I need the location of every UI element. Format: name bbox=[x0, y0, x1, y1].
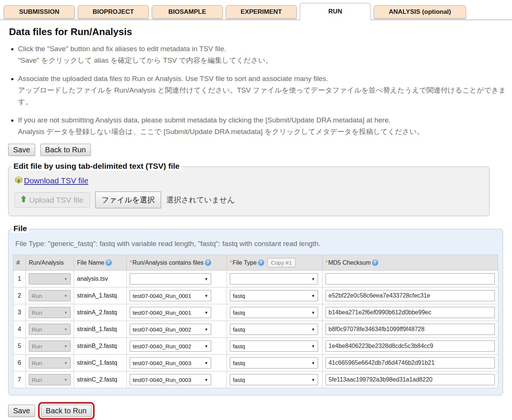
chevron-down-icon: ▼ bbox=[311, 277, 315, 281]
choose-file-button[interactable]: ファイルを選択 bbox=[95, 192, 161, 208]
save-button[interactable]: Save bbox=[8, 144, 35, 156]
run-analysis-select[interactable]: Run ▼ bbox=[29, 374, 71, 385]
col-header-contains-label: Run/Analysis contains files bbox=[132, 259, 203, 266]
file-type-select[interactable]: fastq ▼ bbox=[230, 357, 318, 368]
package-download-icon bbox=[15, 176, 23, 186]
file-table: # Run/Analysis File Name? *Run/Analysis … bbox=[13, 255, 498, 388]
file-type-cell: fastq ▼ bbox=[227, 304, 323, 321]
download-tsv-link[interactable]: Download TSV file bbox=[24, 176, 88, 185]
run-analysis-select[interactable]: Run ▼ bbox=[29, 340, 71, 352]
chevron-down-icon: ▼ bbox=[204, 277, 208, 281]
contains-files-cell: test07-0040_Run_0002 ▼ bbox=[127, 338, 227, 355]
md5-cell bbox=[323, 287, 498, 304]
file-type-select[interactable]: fastq ▼ bbox=[230, 374, 318, 385]
file-table-body: 1 ▼ analysis.tsv ▼ ▼ 2 Ru bbox=[13, 271, 498, 388]
md5-input[interactable] bbox=[326, 273, 495, 284]
file-type-cell: fastq ▼ bbox=[227, 287, 323, 304]
upload-tsv-button[interactable]: Upload TSV file bbox=[15, 192, 90, 208]
row-number: 7 bbox=[13, 371, 26, 388]
chevron-down-icon: ▼ bbox=[311, 327, 315, 332]
chevron-down-icon: ▼ bbox=[64, 378, 68, 382]
run-analysis-cell: Run ▼ bbox=[26, 304, 74, 321]
help-icon[interactable]: ? bbox=[105, 259, 112, 266]
contains-files-select[interactable]: test07-0040_Run_0003 ▼ bbox=[130, 374, 211, 385]
help-icon[interactable]: ? bbox=[258, 259, 264, 266]
md5-input[interactable] bbox=[326, 307, 495, 318]
tab-experiment[interactable]: EXPERIMENT bbox=[226, 5, 297, 19]
contains-files-select[interactable]: test07-0040_Run_0002 ▼ bbox=[130, 324, 211, 335]
table-row: 2 Run ▼ strainA_1.fastq test07-0040_Run_… bbox=[13, 287, 498, 304]
file-type-select[interactable]: fastq ▼ bbox=[230, 340, 318, 352]
note-en: Click the "Save" button and fix aliases … bbox=[18, 43, 512, 55]
run-analysis-cell: Run ▼ bbox=[26, 321, 74, 338]
tab-analysis[interactable]: ANALYSIS (optional) bbox=[374, 5, 466, 19]
help-icon[interactable]: ? bbox=[205, 259, 211, 266]
file-type-value: fastq bbox=[233, 343, 245, 349]
copy-file-type-button[interactable]: Copy #1 bbox=[267, 258, 296, 267]
table-row: 7 Run ▼ strainC_2.fastq test07-0040_Run_… bbox=[13, 371, 498, 388]
red-highlight-annotation: Back to Run bbox=[38, 402, 95, 420]
note-ja: アップロードしたファイルを Run/Analysis と関連付けてください。TS… bbox=[18, 84, 512, 108]
note-save-alias: Click the "Save" button and fix aliases … bbox=[18, 43, 512, 66]
md5-cell bbox=[323, 271, 498, 287]
save-button-bottom[interactable]: Save bbox=[8, 405, 35, 417]
file-name-cell: strainB_2.fastq bbox=[74, 338, 127, 355]
md5-input[interactable] bbox=[326, 324, 495, 335]
contains-files-select[interactable]: test07-0040_Run_0001 ▼ bbox=[130, 307, 211, 318]
help-icon[interactable]: ? bbox=[372, 259, 378, 266]
contains-files-cell: test07-0040_Run_0001 ▼ bbox=[127, 287, 227, 304]
run-analysis-select[interactable]: ▼ bbox=[29, 273, 71, 284]
col-header-number: # bbox=[13, 255, 26, 271]
back-to-run-button[interactable]: Back to Run bbox=[40, 144, 91, 156]
md5-cell bbox=[323, 338, 498, 355]
bottom-button-row: Save Back to Run bbox=[8, 402, 512, 420]
run-analysis-select[interactable]: Run ▼ bbox=[29, 290, 71, 301]
file-type-select[interactable]: fastq ▼ bbox=[230, 324, 318, 335]
file-type-select[interactable]: ▼ bbox=[230, 273, 318, 284]
table-row: 1 ▼ analysis.tsv ▼ ▼ bbox=[13, 271, 498, 287]
chevron-down-icon: ▼ bbox=[311, 311, 315, 315]
chevron-down-icon: ▼ bbox=[204, 311, 208, 315]
contains-files-value: test07-0040_Run_0003 bbox=[133, 377, 191, 383]
tsv-fieldset: Edit file by using tab-delimited text (T… bbox=[8, 167, 490, 216]
chevron-down-icon: ▼ bbox=[64, 344, 68, 348]
col-header-file-name: File Name? bbox=[74, 255, 127, 271]
file-type-select[interactable]: fastq ▼ bbox=[230, 307, 318, 318]
chevron-down-icon: ▼ bbox=[64, 277, 68, 281]
contains-files-cell: test07-0040_Run_0003 ▼ bbox=[127, 371, 227, 388]
contains-files-select[interactable]: test07-0040_Run_0003 ▼ bbox=[130, 357, 211, 368]
col-header-md5: *MD5 Checksum? bbox=[323, 255, 498, 271]
file-type-value: fastq bbox=[233, 293, 245, 299]
file-type-select[interactable]: fastq ▼ bbox=[230, 290, 318, 301]
required-asterisk: * bbox=[230, 259, 232, 266]
contains-files-select[interactable]: test07-0040_Run_0001 ▼ bbox=[130, 290, 211, 301]
file-type-cell: fastq ▼ bbox=[227, 355, 323, 371]
md5-cell bbox=[323, 321, 498, 338]
run-analysis-select[interactable]: Run ▼ bbox=[29, 357, 71, 368]
tab-bioproject[interactable]: BIOPROJECT bbox=[78, 5, 149, 19]
run-analysis-value: Run bbox=[32, 377, 42, 383]
tab-submission[interactable]: SUBMISSION bbox=[4, 5, 75, 19]
contains-files-value: test07-0040_Run_0003 bbox=[133, 360, 191, 366]
tab-biosample[interactable]: BIOSAMPLE bbox=[152, 5, 223, 19]
col-header-file-type-label: File Type bbox=[232, 259, 257, 266]
row-number: 6 bbox=[13, 355, 26, 371]
back-to-run-button-bottom[interactable]: Back to Run bbox=[41, 405, 92, 417]
run-analysis-select[interactable]: Run ▼ bbox=[29, 307, 71, 318]
run-analysis-select[interactable]: Run ▼ bbox=[29, 324, 71, 335]
contains-files-select[interactable]: test07-0040_Run_0002 ▼ bbox=[130, 340, 211, 352]
contains-files-select[interactable]: ▼ bbox=[130, 273, 211, 284]
md5-input[interactable] bbox=[326, 357, 495, 368]
table-row: 4 Run ▼ strainB_1.fastq test07-0040_Run_… bbox=[13, 321, 498, 338]
md5-input[interactable] bbox=[326, 290, 495, 301]
file-type-cell: fastq ▼ bbox=[227, 371, 323, 388]
md5-input[interactable] bbox=[326, 340, 495, 352]
md5-input[interactable] bbox=[326, 374, 495, 385]
md5-cell bbox=[323, 371, 498, 388]
row-number: 5 bbox=[13, 338, 26, 355]
file-type-cell: ▼ bbox=[227, 271, 323, 287]
file-table-header-row: # Run/Analysis File Name? *Run/Analysis … bbox=[13, 255, 498, 271]
file-name-cell: strainB_1.fastq bbox=[74, 321, 127, 338]
file-type-value: fastq bbox=[233, 326, 245, 333]
tab-run[interactable]: RUN bbox=[300, 3, 371, 20]
